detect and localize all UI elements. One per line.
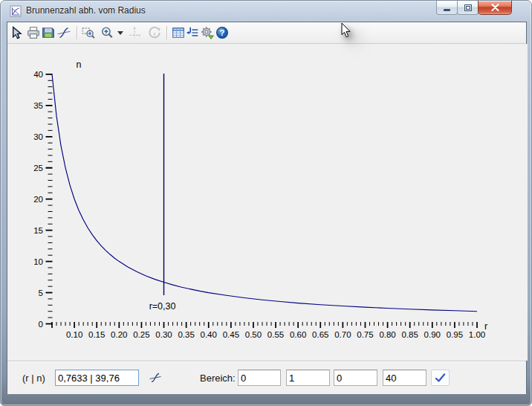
svg-text:0.65: 0.65: [312, 330, 328, 339]
range-ymin-input[interactable]: [334, 370, 377, 386]
save-icon: [42, 26, 55, 39]
svg-text:0.70: 0.70: [334, 330, 351, 339]
svg-text:1.00: 1.00: [469, 330, 485, 339]
range-xmin-input[interactable]: [238, 370, 281, 386]
svg-text:0.35: 0.35: [178, 330, 194, 339]
trace-icon: [147, 372, 163, 384]
pointer-tool-button[interactable]: [8, 25, 25, 41]
trace-icon: [57, 26, 71, 39]
svg-text:0.85: 0.85: [401, 330, 418, 339]
svg-text:?: ?: [220, 28, 225, 37]
axes-setup-button[interactable]: [126, 25, 143, 41]
plot-area: 0.100.150.200.250.300.350.400.450.500.55…: [7, 44, 528, 361]
zoom-window-button[interactable]: [80, 25, 97, 41]
svg-text:0.55: 0.55: [267, 330, 284, 339]
svg-text:n: n: [77, 59, 82, 70]
add-to-list-icon: [186, 26, 199, 39]
svg-text:5: 5: [39, 289, 43, 297]
svg-text:r: r: [484, 321, 487, 332]
restore-icon: [464, 4, 472, 11]
toolbar-separator: [166, 26, 168, 39]
add-to-list-button[interactable]: [184, 25, 201, 41]
toolbar: ?: [7, 22, 526, 44]
svg-text:35: 35: [33, 101, 43, 110]
rotate-icon: [148, 26, 161, 39]
client-area: ? 0.100.150.200.250.300.350.400.450.500.…: [7, 22, 527, 393]
svg-text:0.75: 0.75: [357, 330, 373, 339]
minimize-button[interactable]: [436, 1, 458, 15]
print-button[interactable]: [25, 25, 42, 41]
svg-text:r=0,30: r=0,30: [149, 301, 176, 312]
toolbar-separator: [77, 26, 78, 39]
svg-text:15: 15: [33, 226, 43, 235]
zoom-window-icon: [82, 26, 95, 39]
svg-text:25: 25: [33, 164, 43, 173]
svg-text:0: 0: [39, 320, 43, 329]
svg-text:0.25: 0.25: [133, 330, 149, 339]
window-title: Brunnenzahl abh. vom Radius: [26, 5, 146, 16]
data-table-icon: [172, 26, 185, 39]
svg-text:30: 30: [33, 132, 43, 141]
minimize-icon: [444, 9, 450, 11]
zoom-dropdown-caret-icon: [117, 31, 123, 35]
svg-text:0.30: 0.30: [155, 330, 172, 339]
svg-text:10: 10: [33, 257, 43, 266]
svg-text:0.50: 0.50: [245, 330, 262, 339]
statusbar: (r | n) Bereich:: [7, 361, 526, 394]
save-button[interactable]: [40, 25, 56, 41]
trace-tool-button[interactable]: [56, 25, 72, 41]
gear-icon: [201, 26, 214, 39]
export-settings-button[interactable]: [199, 25, 215, 41]
svg-text:0.80: 0.80: [379, 330, 395, 339]
zoom-in-button[interactable]: [99, 25, 115, 41]
help-button[interactable]: ?: [214, 25, 230, 41]
range-label: Bereich:: [200, 361, 236, 395]
apply-range-button[interactable]: [431, 370, 450, 386]
plot-svg[interactable]: 0.100.150.200.250.300.350.400.450.500.55…: [7, 44, 528, 361]
svg-text:0.45: 0.45: [223, 330, 239, 339]
svg-text:0.90: 0.90: [424, 330, 441, 339]
svg-text:20: 20: [33, 195, 43, 204]
svg-text:0.20: 0.20: [111, 330, 127, 339]
svg-text:0.10: 0.10: [66, 330, 82, 339]
window-controls: [437, 1, 512, 15]
titlebar[interactable]: Brunnenzahl abh. vom Radius: [1, 1, 531, 22]
maximize-restore-button[interactable]: [457, 1, 479, 15]
checkmark-icon: [435, 373, 446, 383]
range-ymax-input[interactable]: [383, 370, 426, 386]
close-button[interactable]: [478, 1, 512, 15]
svg-text:0.40: 0.40: [201, 330, 217, 339]
pointer-icon: [10, 26, 23, 39]
range-xmax-input[interactable]: [286, 370, 330, 386]
zoom-in-icon: [100, 26, 114, 39]
svg-text:0.95: 0.95: [447, 330, 463, 339]
rotate-button[interactable]: [146, 25, 163, 41]
zoom-dropdown-button[interactable]: [116, 25, 125, 41]
readout-label: (r | n): [22, 361, 45, 395]
readout-input[interactable]: [55, 370, 139, 386]
close-icon: [491, 4, 499, 11]
svg-text:0.60: 0.60: [290, 330, 306, 339]
svg-text:0.15: 0.15: [88, 330, 105, 339]
app-window: Brunnenzahl abh. vom Radius: [0, 0, 532, 406]
help-icon: ?: [215, 26, 229, 39]
print-icon: [27, 26, 40, 39]
axes-icon: [128, 26, 141, 39]
plot-window-icon: [10, 5, 22, 17]
svg-text:40: 40: [33, 70, 43, 79]
